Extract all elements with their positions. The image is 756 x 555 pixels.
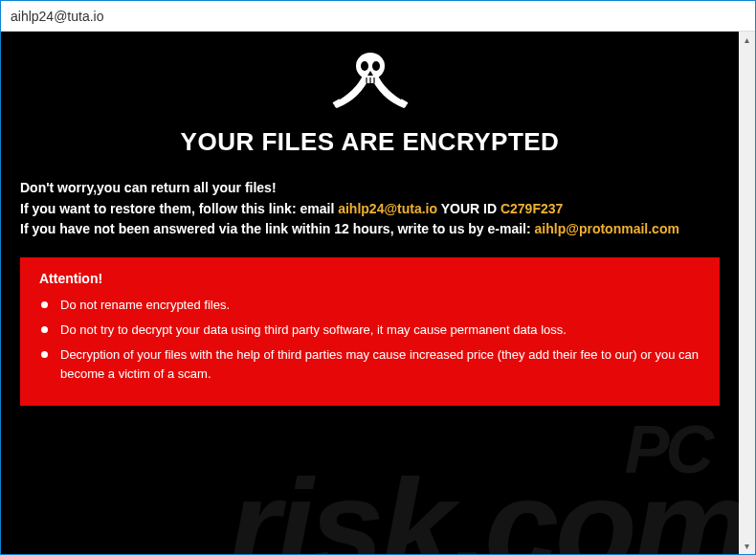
warning-list: Do not rename encrypted files. Do not tr…: [39, 296, 700, 385]
victim-id: C279F237: [500, 201, 563, 216]
msg-line-3: If you have not been answered via the li…: [20, 219, 720, 240]
app-window: aihlp24@tuta.io: [0, 0, 756, 555]
contact-email-secondary: aihlp@protonmail.com: [535, 221, 679, 236]
yourid-label: YOUR ID: [437, 201, 500, 216]
svg-point-4: [361, 61, 368, 71]
warning-item: Do not rename encrypted files.: [60, 296, 700, 315]
warning-box: Attention! Do not rename encrypted files…: [20, 257, 720, 406]
skull-swords-icon: [327, 49, 413, 116]
content-wrap: YOUR FILES ARE ENCRYPTED Don't worry,you…: [1, 32, 755, 554]
titlebar[interactable]: aihlp24@tuta.io: [1, 1, 755, 32]
warning-item: Do not try to decrypt your data using th…: [60, 321, 700, 340]
window-title: aihlp24@tuta.io: [11, 9, 104, 24]
contact-email-primary: aihlp24@tuta.io: [338, 201, 437, 216]
msg-line-3-pre: If you have not been answered via the li…: [20, 221, 535, 236]
msg-line-2: If you want to restore them, follow this…: [20, 199, 720, 220]
svg-point-5: [372, 61, 380, 71]
email-label: email: [300, 201, 338, 216]
watermark-bottom: risk.com: [228, 451, 739, 554]
watermark-top: PC: [228, 422, 710, 479]
warning-item: Decryption of your files with the help o…: [60, 345, 700, 384]
message-block: Don't worry,you can return all your file…: [20, 178, 720, 240]
warning-title: Attention!: [39, 271, 700, 286]
scroll-down-arrow-icon[interactable]: ▾: [739, 538, 755, 554]
msg-line-1: Don't worry,you can return all your file…: [20, 178, 720, 199]
pirate-logo: [20, 49, 720, 120]
msg-line-2-pre: If you want to restore them, follow this…: [20, 201, 300, 216]
vertical-scrollbar[interactable]: ▴ ▾: [739, 32, 755, 554]
main-heading: YOUR FILES ARE ENCRYPTED: [20, 127, 720, 157]
scroll-up-arrow-icon[interactable]: ▴: [739, 32, 755, 48]
ransom-note: YOUR FILES ARE ENCRYPTED Don't worry,you…: [1, 32, 739, 554]
watermark: PC risk.com: [228, 422, 739, 555]
